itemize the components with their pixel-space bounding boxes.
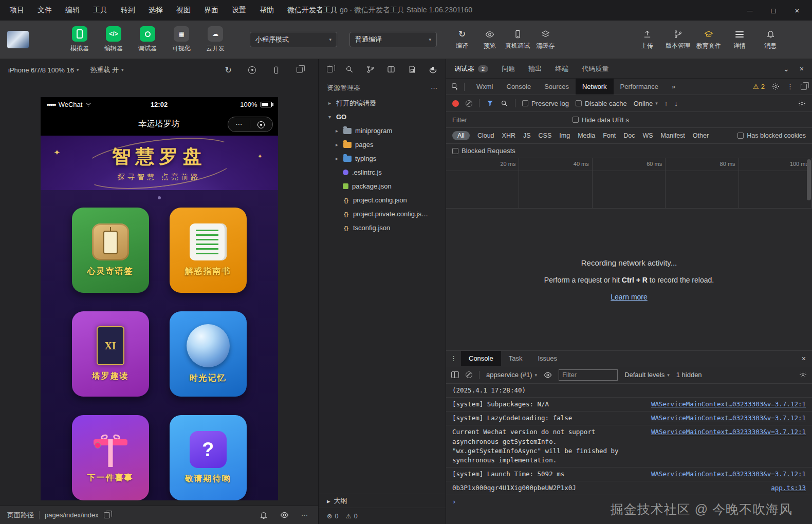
- debugger-button[interactable]: 调试器: [133, 26, 162, 53]
- more-icon[interactable]: ⋯: [301, 511, 308, 519]
- eye-icon[interactable]: [280, 511, 289, 519]
- capsule-menu[interactable]: ⋯: [228, 117, 273, 132]
- more-icon[interactable]: ⋯: [228, 120, 250, 128]
- record-icon[interactable]: [248, 66, 256, 74]
- details-button[interactable]: 详情: [726, 29, 753, 50]
- export-har-icon[interactable]: ↓: [674, 100, 678, 107]
- git-branch-icon[interactable]: [366, 65, 375, 73]
- docker-icon[interactable]: [429, 65, 437, 74]
- menu-tools[interactable]: 工具: [86, 6, 114, 15]
- console-sidebar-icon[interactable]: [451, 371, 459, 378]
- has-blocked-cookies-checkbox[interactable]: Has blocked cookies: [737, 132, 806, 139]
- search-icon[interactable]: [501, 100, 508, 107]
- cloud-dev-button[interactable]: ☁ 云开发: [200, 26, 230, 53]
- remote-debug-button[interactable]: 真机调试: [504, 29, 531, 50]
- inspect-icon[interactable]: [451, 83, 459, 90]
- filter-doc[interactable]: Doc: [623, 132, 635, 139]
- compile-mode-select[interactable]: 普通编译 ▾: [349, 32, 437, 47]
- tab-network[interactable]: Network: [576, 79, 614, 95]
- filter-all[interactable]: All: [452, 131, 470, 140]
- menu-devtools[interactable]: 微信开发者工具: [281, 6, 344, 15]
- phone-icon[interactable]: [272, 66, 280, 74]
- message-source-link[interactable]: WAServiceMainContext…03233303&v=3.7.12:1: [651, 470, 806, 479]
- throttling-select[interactable]: Online ▾: [634, 100, 658, 107]
- tab-problems[interactable]: 问题: [502, 64, 515, 73]
- clear-cache-button[interactable]: 清缓存: [531, 29, 559, 50]
- clear-console-icon[interactable]: [466, 371, 472, 378]
- card-heart-sign[interactable]: 心灵寄语签: [72, 208, 149, 293]
- filter-media[interactable]: Media: [578, 132, 595, 139]
- more-icon[interactable]: ⋮: [787, 83, 793, 90]
- hot-reload-toggle[interactable]: 热重载 开 ▾: [90, 65, 123, 74]
- tree-file-tsconfig[interactable]: {} tsconfig.json: [319, 221, 446, 235]
- copy-icon[interactable]: [104, 512, 110, 518]
- clear-icon[interactable]: [466, 100, 472, 107]
- message-source-link[interactable]: app.ts:13: [771, 483, 806, 493]
- tree-file-package-json[interactable]: package.json: [319, 179, 446, 193]
- preserve-log-checkbox[interactable]: Preserve log: [522, 100, 569, 107]
- log-levels-select[interactable]: Default levels ▾: [624, 371, 670, 379]
- close-icon[interactable]: ×: [800, 65, 804, 73]
- tree-file-project-config[interactable]: {} project.config.json: [319, 193, 446, 207]
- card-guide-book[interactable]: 解惑指南书: [170, 208, 247, 293]
- messages-button[interactable]: 消息: [756, 29, 784, 50]
- menu-project[interactable]: 项目: [3, 6, 31, 15]
- upload-button[interactable]: 上传: [633, 29, 661, 50]
- filter-funnel-icon[interactable]: [486, 100, 494, 107]
- close-button[interactable]: ×: [785, 6, 809, 15]
- exit-icon[interactable]: [250, 120, 272, 128]
- compile-button[interactable]: ↻ 编译: [448, 29, 476, 50]
- card-tarot-reading[interactable]: XI 塔罗趣读: [72, 311, 149, 397]
- tree-folder-typings[interactable]: ▸ typings: [319, 152, 446, 165]
- blocked-requests-checkbox[interactable]: Blocked Requests: [452, 147, 515, 155]
- gear-icon[interactable]: [798, 100, 806, 107]
- tab-sources[interactable]: Sources: [538, 79, 576, 95]
- hide-data-urls-checkbox[interactable]: Hide data URLs: [573, 116, 629, 124]
- tab-output[interactable]: 输出: [528, 64, 542, 73]
- tab-debugger[interactable]: 调试器 2: [454, 64, 488, 73]
- learn-more-link[interactable]: Learn more: [611, 293, 648, 301]
- project-root[interactable]: ▾ GO: [319, 110, 446, 124]
- filter-css[interactable]: CSS: [539, 132, 552, 139]
- message-source-link[interactable]: WAServiceMainContext…03233303&v=3.7.12:1: [651, 400, 806, 409]
- avatar[interactable]: [7, 31, 29, 48]
- device-selector[interactable]: iPhone 6/7/8 100% 16 ▾: [8, 66, 79, 74]
- minimize-button[interactable]: ─: [738, 6, 762, 15]
- card-time-memory[interactable]: 时光记忆: [170, 311, 247, 397]
- maximize-button[interactable]: □: [762, 6, 785, 15]
- eye-icon[interactable]: [544, 371, 552, 379]
- menu-view[interactable]: 视图: [170, 6, 197, 15]
- card-coming-soon[interactable]: ? 敬请期待哟: [170, 415, 247, 500]
- outline-section[interactable]: ▸ 大纲: [319, 494, 446, 508]
- tree-file-eslintrc[interactable]: .eslintrc.js: [319, 165, 446, 179]
- split-editor-icon[interactable]: [387, 65, 395, 73]
- network-filter-input[interactable]: [452, 116, 555, 124]
- tab-console[interactable]: Console: [500, 79, 538, 95]
- preview-button[interactable]: 预览: [476, 29, 504, 50]
- tree-folder-pages[interactable]: ▸ pages: [319, 138, 446, 152]
- disable-cache-checkbox[interactable]: Disable cache: [576, 100, 627, 107]
- filter-manifest[interactable]: Manifest: [661, 132, 685, 139]
- filter-font[interactable]: Font: [603, 132, 616, 139]
- filter-cloud[interactable]: Cloud: [477, 132, 494, 139]
- filter-img[interactable]: Img: [559, 132, 570, 139]
- tab-code-quality[interactable]: 代码质量: [582, 64, 608, 73]
- open-editors-section[interactable]: ▸ 打开的编辑器: [319, 96, 446, 110]
- execution-context-select[interactable]: appservice (#1) ▾: [486, 371, 537, 379]
- multi-window-icon[interactable]: [297, 67, 303, 73]
- vibrate-alert-icon[interactable]: [260, 511, 268, 519]
- drawer-tab-task[interactable]: Task: [501, 351, 530, 366]
- edu-suite-button[interactable]: 教育套件: [695, 29, 723, 50]
- menu-help[interactable]: 帮助: [253, 6, 281, 15]
- more-tabs-icon[interactable]: »: [665, 79, 682, 95]
- save-icon[interactable]: [408, 65, 416, 73]
- visualizer-button[interactable]: ▦ 可视化: [167, 26, 196, 53]
- page-path-selector[interactable]: 页面路径: [7, 511, 34, 520]
- warnings-indicator[interactable]: ⚠ 2: [753, 83, 765, 90]
- collapse-icon[interactable]: ⌄: [783, 65, 789, 73]
- tab-wxml[interactable]: Wxml: [470, 79, 500, 95]
- gear-icon[interactable]: [772, 83, 780, 90]
- refresh-icon[interactable]: ↻: [225, 65, 232, 75]
- editor-button[interactable]: </> 编辑器: [99, 26, 128, 53]
- filter-ws[interactable]: WS: [642, 132, 653, 139]
